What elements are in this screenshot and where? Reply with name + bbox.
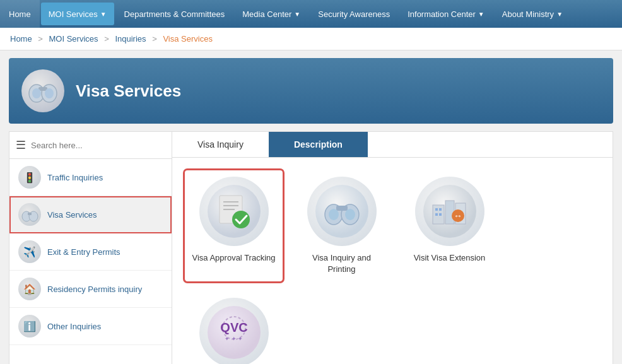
nav-moi-services-arrow: ▼ <box>100 11 107 18</box>
sidebar-item-visa-label: Visa Services <box>47 210 97 220</box>
sidebar-item-visa[interactable]: Visa Services <box>9 196 172 233</box>
tab-bar: Visa Inquiry Description <box>172 132 613 158</box>
svg-rect-7 <box>28 213 32 215</box>
sidebar-item-other[interactable]: ℹ️ Other Inquiries <box>9 308 172 345</box>
breadcrumb-sep-1: > <box>38 34 43 44</box>
page-title: Visa Services <box>76 81 181 101</box>
card-visit-visa[interactable]: ↔ Visit Visa Extension <box>401 170 498 281</box>
sidebar-item-traffic[interactable]: 🚦 Traffic Inquiries <box>9 159 172 196</box>
svg-text:↔: ↔ <box>454 211 462 221</box>
services-grid: Visa Approval Tracking <box>172 158 613 364</box>
svg-rect-26 <box>435 213 438 216</box>
visa-icon <box>18 203 41 226</box>
sidebar-search-bar: ☰ <box>9 132 172 159</box>
svg-text:QVC: QVC <box>220 320 247 334</box>
nav-departments[interactable]: Departments & Committees <box>115 0 234 28</box>
svg-point-13 <box>232 211 250 228</box>
sidebar-item-residency-label: Residency Permits inquiry <box>47 285 142 294</box>
nav-media-center[interactable]: Media Center ▼ <box>233 0 309 28</box>
svg-rect-21 <box>433 205 444 224</box>
card-visa-inquiry-icon <box>307 177 377 246</box>
breadcrumb-home[interactable]: Home <box>10 34 32 44</box>
svg-text:✦ ✦ ✦: ✦ ✦ ✦ <box>225 336 243 342</box>
sidebar: ☰ 🚦 Traffic Inquiries Visa Services ✈️ E… <box>9 132 172 364</box>
page-header-icon <box>21 69 64 112</box>
other-icon: ℹ️ <box>18 315 41 338</box>
svg-rect-24 <box>435 208 438 211</box>
card-visit-visa-label: Visit Visa Extension <box>414 252 486 264</box>
svg-rect-27 <box>439 213 442 216</box>
card-visit-visa-icon: ↔ <box>415 177 484 246</box>
main-content: ☰ 🚦 Traffic Inquiries Visa Services ✈️ E… <box>9 131 613 364</box>
sidebar-item-other-label: Other Inquiries <box>47 322 101 331</box>
exit-entry-icon: ✈️ <box>18 240 41 263</box>
card-track-application[interactable]: QVC ✦ ✦ ✦ Track Application Status (Qata… <box>185 291 283 364</box>
nav-moi-services[interactable]: MOI Services ▼ <box>41 3 114 25</box>
card-visa-approval-label: Visa Approval Tracking <box>192 252 276 264</box>
nav-security-awareness[interactable]: Security Awareness <box>309 0 399 28</box>
svg-point-3 <box>32 88 41 98</box>
card-visa-approval[interactable]: Visa Approval Tracking <box>185 170 283 281</box>
page-header: Visa Services <box>9 58 613 124</box>
nav-information-center-arrow: ▼ <box>478 11 484 18</box>
svg-point-19 <box>345 209 355 220</box>
breadcrumb: Home > MOI Services > Inquiries > Visa S… <box>0 28 622 50</box>
svg-point-18 <box>329 209 339 220</box>
visa-services-icon-svg <box>26 74 59 107</box>
breadcrumb-moi-services[interactable]: MOI Services <box>49 34 98 44</box>
card-visa-inquiry-label: Visa Inquiry and Printing <box>299 252 384 275</box>
nav-home[interactable]: Home <box>0 0 40 28</box>
breadcrumb-inquiries[interactable]: Inquiries <box>115 34 146 44</box>
card-track-application-icon: QVC ✦ ✦ ✦ <box>199 298 269 364</box>
sidebar-item-exit-entry[interactable]: ✈️ Exit & Entry Permits <box>9 233 172 271</box>
tab-description[interactable]: Description <box>269 132 368 157</box>
nav-information-center[interactable]: Information Center ▼ <box>399 0 493 28</box>
main-nav: Home MOI Services ▼ Departments & Commit… <box>0 0 622 28</box>
card-visa-inquiry[interactable]: Visa Inquiry and Printing <box>293 170 390 281</box>
breadcrumb-sep-3: > <box>152 34 157 44</box>
breadcrumb-current: Visa Services <box>163 34 213 44</box>
nav-media-center-arrow: ▼ <box>294 11 300 18</box>
svg-rect-25 <box>439 208 442 211</box>
card-visa-approval-icon <box>199 177 269 246</box>
traffic-icon: 🚦 <box>18 166 41 189</box>
sidebar-item-residency[interactable]: 🏠 Residency Permits inquiry <box>9 271 172 308</box>
svg-rect-17 <box>336 206 348 211</box>
right-panel: Visa Inquiry Description <box>172 132 613 364</box>
residency-icon: 🏠 <box>18 278 41 300</box>
sidebar-item-exit-entry-label: Exit & Entry Permits <box>47 247 120 257</box>
sidebar-item-traffic-label: Traffic Inquiries <box>47 173 103 182</box>
nav-about-ministry-arrow: ▼ <box>556 11 563 18</box>
tab-visa-inquiry[interactable]: Visa Inquiry <box>172 132 269 157</box>
breadcrumb-sep-2: > <box>104 34 109 44</box>
search-input[interactable] <box>31 141 165 150</box>
nav-about-ministry[interactable]: About Ministry ▼ <box>493 0 572 28</box>
svg-point-4 <box>45 88 54 98</box>
hamburger-icon[interactable]: ☰ <box>16 138 26 152</box>
